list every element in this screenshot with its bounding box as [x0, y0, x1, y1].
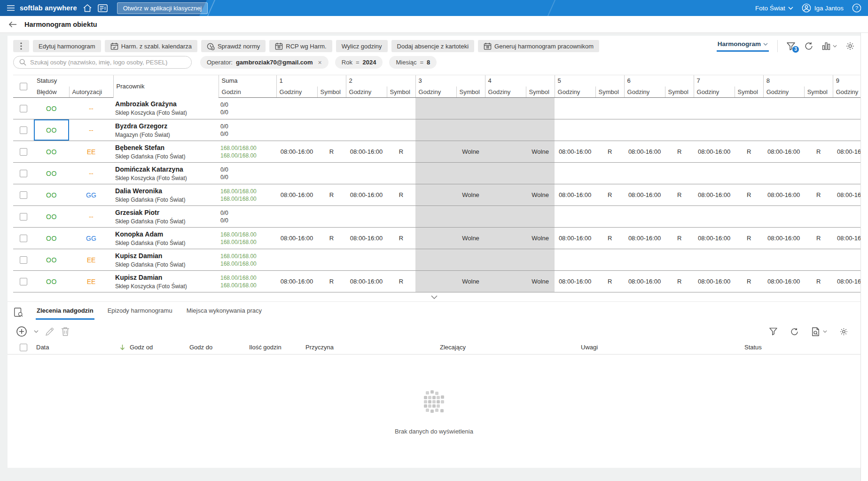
- day-symbol-cell[interactable]: Wolne: [456, 271, 485, 292]
- day-symbol-cell[interactable]: [387, 163, 415, 184]
- day-symbol-cell[interactable]: [387, 249, 415, 271]
- day-symbol-cell[interactable]: [317, 119, 346, 141]
- close-icon[interactable]: ×: [318, 59, 322, 66]
- day-symbol-cell[interactable]: R: [735, 271, 763, 292]
- row-checkbox[interactable]: [20, 213, 27, 221]
- errors-status-cell[interactable]: OO: [34, 141, 69, 163]
- day-symbol-cell[interactable]: Wolne: [526, 184, 555, 206]
- day-godziny-cell[interactable]: [485, 249, 526, 271]
- back-arrow-icon[interactable]: [8, 21, 17, 28]
- day-symbol-cell[interactable]: [665, 206, 694, 228]
- day-godziny-cell[interactable]: 08:00-16:00: [276, 271, 317, 292]
- day-symbol-cell[interactable]: [387, 206, 415, 228]
- day-godziny-cell[interactable]: [833, 206, 860, 228]
- table-search-icon[interactable]: [13, 307, 23, 317]
- day-symbol-header[interactable]: Symbol: [595, 87, 624, 98]
- day-godziny-cell[interactable]: 08:00-16:00: [763, 184, 804, 206]
- pracownik-header[interactable]: Pracownik: [113, 75, 219, 98]
- day-godziny-cell[interactable]: [415, 228, 456, 249]
- day-symbol-cell[interactable]: R: [387, 271, 415, 292]
- search-input[interactable]: [30, 59, 186, 66]
- operator-filter-chip[interactable]: Operator: gambroziak70@gmail.com ×: [200, 56, 328, 69]
- errors-status-cell[interactable]: OO: [34, 206, 69, 228]
- day-godziny-cell[interactable]: 08:00-16:00: [624, 271, 665, 292]
- row-checkbox[interactable]: [20, 126, 27, 134]
- day-godziny-cell[interactable]: [276, 98, 317, 119]
- auth-status-cell[interactable]: GG: [69, 228, 113, 249]
- day-godziny-cell[interactable]: [555, 249, 595, 271]
- autoryzacji-header[interactable]: Autoryzacji: [69, 87, 113, 98]
- add-record-button[interactable]: [16, 326, 27, 337]
- day-symbol-header[interactable]: Symbol: [317, 87, 346, 98]
- day-symbol-cell[interactable]: R: [804, 271, 833, 292]
- day-godziny-cell[interactable]: [346, 119, 387, 141]
- day-symbol-cell[interactable]: [735, 206, 763, 228]
- day-godziny-cell[interactable]: [485, 141, 526, 163]
- day-godziny-cell[interactable]: 08:00-16:00: [276, 184, 317, 206]
- add-absences-button[interactable]: Dodaj absencje z kartoteki: [391, 40, 474, 52]
- day-godziny-cell[interactable]: 08:00-16:00: [555, 184, 595, 206]
- day-symbol-header[interactable]: Symbol: [665, 87, 694, 98]
- day-godziny-cell[interactable]: [555, 98, 595, 119]
- day-godziny-cell[interactable]: [624, 249, 665, 271]
- day-symbol-cell[interactable]: [735, 249, 763, 271]
- day-symbol-cell[interactable]: [317, 206, 346, 228]
- day-godziny-cell[interactable]: [485, 228, 526, 249]
- day-symbol-cell[interactable]: R: [317, 184, 346, 206]
- employee-cell[interactable]: Ambroziak GrażynaSklep Koszycka (Foto Św…: [113, 98, 219, 119]
- day-symbol-cell[interactable]: [665, 119, 694, 141]
- generate-schedule-button[interactable]: Generuj harmonogram pracownikom: [478, 40, 599, 52]
- settings-gear-icon[interactable]: [839, 327, 848, 336]
- day-symbol-cell[interactable]: Wolne: [456, 184, 485, 206]
- day-symbol-cell[interactable]: Wolne: [456, 228, 485, 249]
- day-godziny-cell[interactable]: 08:00-16:00: [833, 184, 860, 206]
- refresh-icon[interactable]: [804, 41, 813, 51]
- row-checkbox[interactable]: [20, 235, 27, 242]
- day-symbol-header[interactable]: Symbol: [456, 87, 485, 98]
- day-godziny-cell[interactable]: [763, 98, 804, 119]
- employee-cell[interactable]: Domińczak KatarzynaSklep Koszycka (Foto …: [113, 163, 219, 184]
- day-godziny-cell[interactable]: 08:00-16:00: [276, 141, 317, 163]
- day-godziny-cell[interactable]: [485, 184, 526, 206]
- day-godziny-cell[interactable]: 08:00-16:00: [555, 271, 595, 292]
- day-godziny-cell[interactable]: [763, 163, 804, 184]
- day-godziny-header[interactable]: Godziny: [415, 87, 456, 98]
- day-godziny-cell[interactable]: 08:00-16:00: [624, 184, 665, 206]
- tab-epizody-harmonogramu[interactable]: Epizody harmonogramu: [107, 307, 173, 320]
- column-header-ilosc-godzin[interactable]: Ilość godzin: [247, 344, 303, 351]
- home-icon[interactable]: [83, 4, 92, 13]
- row-checkbox[interactable]: [20, 148, 27, 156]
- day-godziny-header[interactable]: Godziny: [833, 87, 860, 98]
- day-godziny-cell[interactable]: 08:00-16:00: [833, 271, 860, 292]
- day-symbol-cell[interactable]: [526, 163, 555, 184]
- day-godziny-cell[interactable]: 08:00-16:00: [624, 141, 665, 163]
- row-checkbox[interactable]: [20, 170, 27, 177]
- day-godziny-cell[interactable]: [415, 119, 456, 141]
- column-header-uwagi[interactable]: Uwagi: [579, 344, 742, 351]
- delete-record-button[interactable]: [61, 327, 70, 336]
- day-symbol-cell[interactable]: [317, 98, 346, 119]
- filter-icon[interactable]: 3: [786, 42, 796, 51]
- day-symbol-cell[interactable]: [595, 249, 624, 271]
- day-godziny-cell[interactable]: 08:00-16:00: [346, 141, 387, 163]
- day-symbol-header[interactable]: Symbol: [804, 87, 833, 98]
- day-godziny-cell[interactable]: [485, 271, 526, 292]
- day-symbol-header[interactable]: Symbol: [387, 87, 415, 98]
- day-symbol-cell[interactable]: [595, 163, 624, 184]
- settings-gear-icon[interactable]: [845, 41, 855, 51]
- auth-status-cell[interactable]: EE: [69, 271, 113, 292]
- day-godziny-cell[interactable]: [555, 206, 595, 228]
- day-symbol-cell[interactable]: [595, 206, 624, 228]
- day-symbol-cell[interactable]: R: [387, 228, 415, 249]
- day-symbol-cell[interactable]: [387, 98, 415, 119]
- month-filter-chip[interactable]: Miesiąc = 8: [389, 56, 437, 69]
- day-godziny-cell[interactable]: 08:00-16:00: [624, 228, 665, 249]
- day-godziny-header[interactable]: Godziny: [555, 87, 595, 98]
- day-symbol-cell[interactable]: [526, 249, 555, 271]
- day-godziny-cell[interactable]: [346, 98, 387, 119]
- day-godziny-header[interactable]: Godziny: [346, 87, 387, 98]
- day-godziny-cell[interactable]: [415, 249, 456, 271]
- errors-status-cell[interactable]: OO: [34, 271, 69, 292]
- calculate-hours-button[interactable]: Wylicz godziny: [336, 40, 388, 52]
- day-godziny-cell[interactable]: [833, 98, 860, 119]
